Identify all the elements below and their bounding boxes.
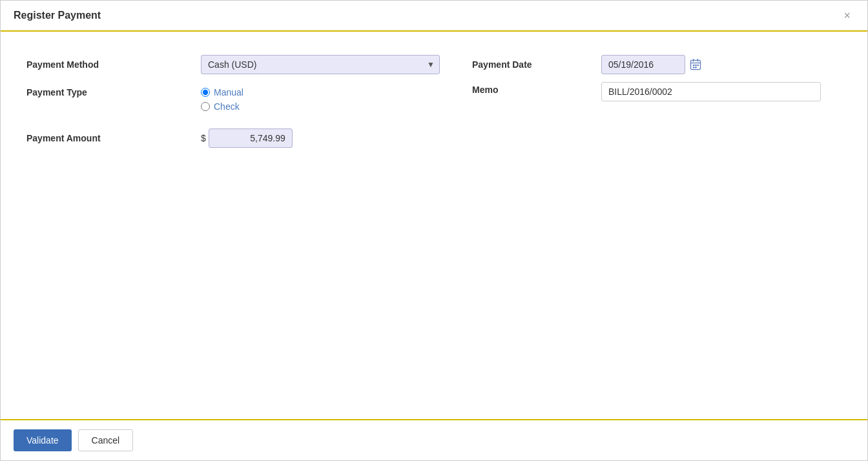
svg-rect-7	[693, 67, 695, 68]
payment-date-input[interactable]	[601, 55, 685, 74]
payment-date-label: Payment Date	[472, 53, 601, 76]
cancel-button[interactable]: Cancel	[78, 429, 134, 451]
dialog-body: Payment Method Cash (USD) Bank Transfer …	[1, 32, 867, 419]
close-button[interactable]: ×	[840, 8, 854, 23]
payment-type-label: Payment Type	[26, 78, 201, 104]
payment-method-select[interactable]: Cash (USD) Bank Transfer Check	[201, 55, 440, 74]
radio-item-manual[interactable]: Manual	[201, 87, 464, 97]
svg-rect-4	[693, 65, 695, 66]
memo-label: Memo	[472, 78, 601, 101]
svg-rect-5	[695, 65, 697, 66]
payment-type-field: Manual Check	[201, 78, 472, 121]
calendar-icon[interactable]	[689, 58, 702, 71]
form-grid: Payment Method Cash (USD) Bank Transfer …	[26, 51, 842, 156]
svg-rect-8	[695, 67, 697, 68]
payment-method-select-wrapper: Cash (USD) Bank Transfer Check ▼	[201, 55, 440, 74]
payment-amount-input[interactable]	[209, 128, 293, 148]
payment-amount-label: Payment Amount	[26, 127, 201, 150]
payment-date-field	[601, 51, 842, 78]
radio-manual[interactable]	[201, 88, 210, 97]
memo-input[interactable]	[601, 82, 821, 101]
memo-field	[601, 78, 842, 105]
payment-type-radio-group: Manual Check	[201, 82, 464, 117]
dialog-title: Register Payment	[14, 10, 101, 21]
validate-button[interactable]: Validate	[14, 429, 72, 451]
amount-row: $	[201, 125, 464, 152]
svg-rect-6	[698, 65, 699, 66]
register-payment-dialog: Register Payment × Payment Method Cash (…	[0, 0, 868, 461]
payment-amount-field: $	[201, 121, 472, 156]
payment-method-field: Cash (USD) Bank Transfer Check ▼	[201, 51, 472, 78]
currency-symbol: $	[201, 133, 206, 143]
radio-check-label: Check	[214, 101, 240, 112]
dialog-header: Register Payment ×	[1, 1, 867, 32]
payment-method-label: Payment Method	[26, 53, 201, 76]
dialog-footer: Validate Cancel	[1, 419, 867, 460]
radio-check[interactable]	[201, 102, 210, 111]
radio-manual-label: Manual	[214, 87, 243, 97]
radio-item-check[interactable]: Check	[201, 101, 464, 112]
